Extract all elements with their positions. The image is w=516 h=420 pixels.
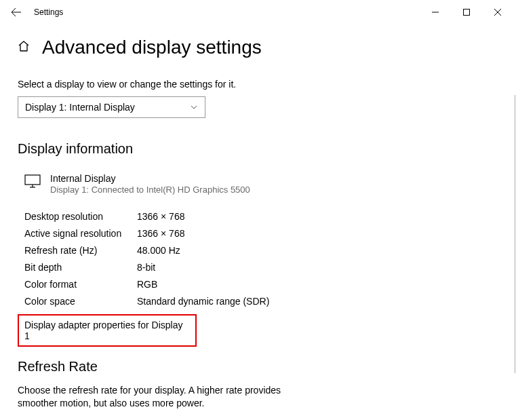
info-value: 48.000 Hz <box>137 242 180 259</box>
refresh-rate-section: Refresh Rate Choose the refresh rate for… <box>18 359 498 420</box>
close-icon <box>494 9 501 16</box>
home-button[interactable] <box>18 40 30 55</box>
titlebar: Settings <box>0 0 516 24</box>
display-adapter-properties-link[interactable]: Display adapter properties for Display 1 <box>18 314 197 347</box>
refresh-rate-heading: Refresh Rate <box>18 359 498 375</box>
minimize-icon <box>432 9 439 16</box>
info-value: RGB <box>137 276 157 293</box>
display-summary: Internal Display Display 1: Connected to… <box>24 173 498 195</box>
page-title: Advanced display settings <box>42 37 262 58</box>
minimize-button[interactable] <box>420 0 451 24</box>
display-information-heading: Display information <box>18 141 498 157</box>
display-info-table: Desktop resolution1366 × 768 Active sign… <box>24 208 498 310</box>
arrow-left-icon <box>11 7 22 18</box>
info-row: Bit depth8-bit <box>24 259 498 276</box>
info-value: Standard dynamic range (SDR) <box>137 293 269 310</box>
page-header: Advanced display settings <box>18 37 498 58</box>
info-row: Refresh rate (Hz)48.000 Hz <box>24 242 498 259</box>
select-display-instruction: Select a display to view or change the s… <box>18 79 498 90</box>
refresh-rate-description: Choose the refresh rate for your display… <box>18 384 289 410</box>
info-row: Desktop resolution1366 × 768 <box>24 208 498 225</box>
info-label: Bit depth <box>24 259 137 276</box>
content-area: Advanced display settings Select a displ… <box>0 24 516 420</box>
info-label: Color format <box>24 276 137 293</box>
info-row: Color formatRGB <box>24 276 498 293</box>
info-row: Color spaceStandard dynamic range (SDR) <box>24 293 498 310</box>
monitor-icon <box>24 174 41 195</box>
info-value: 1366 × 768 <box>137 225 184 242</box>
chevron-down-icon <box>190 103 198 111</box>
display-connection: Display 1: Connected to Intel(R) HD Grap… <box>50 185 250 195</box>
display-name: Internal Display <box>50 173 250 184</box>
maximize-icon <box>463 9 470 16</box>
info-row: Active signal resolution1366 × 768 <box>24 225 498 242</box>
display-select-dropdown[interactable]: Display 1: Internal Display <box>18 96 205 118</box>
maximize-button[interactable] <box>451 0 482 24</box>
close-button[interactable] <box>482 0 513 24</box>
window-title: Settings <box>34 7 63 17</box>
window-controls <box>420 0 513 24</box>
home-icon <box>18 40 30 52</box>
info-value: 8-bit <box>137 259 155 276</box>
info-label: Refresh rate (Hz) <box>24 242 137 259</box>
svg-rect-0 <box>464 9 470 16</box>
scrollbar[interactable] <box>515 95 515 373</box>
back-button[interactable] <box>3 0 30 24</box>
info-value: 1366 × 768 <box>137 208 184 225</box>
info-label: Color space <box>24 293 137 310</box>
dropdown-selected-value: Display 1: Internal Display <box>25 102 135 113</box>
info-label: Active signal resolution <box>24 225 137 242</box>
info-label: Desktop resolution <box>24 208 137 225</box>
svg-rect-1 <box>25 175 40 185</box>
